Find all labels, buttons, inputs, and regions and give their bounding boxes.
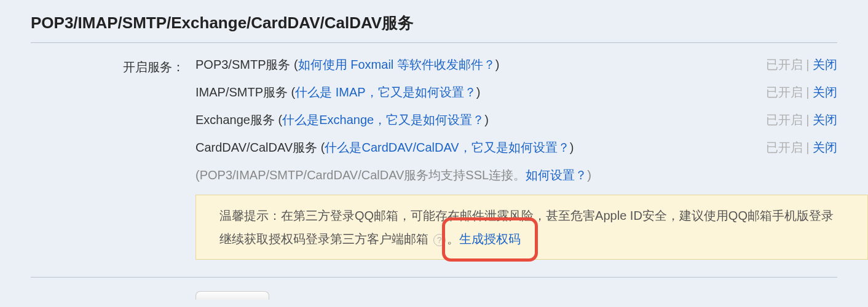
ssl-note: (POP3/IMAP/SMTP/CardDAV/CalDAV服务均支持SSL连接… <box>195 167 837 184</box>
service-status: 已开启 <box>766 85 803 99</box>
service-name: POP3/SMTP服务 <box>195 58 290 71</box>
service-name: CardDAV/CalDAV服务 <box>195 141 317 154</box>
service-close-link[interactable]: 关闭 <box>813 113 837 126</box>
service-help-link[interactable]: 什么是CardDAV/CalDAV，它又是如何设置？ <box>325 141 569 154</box>
divider <box>31 277 837 278</box>
tip-text: 在第三方登录QQ邮箱，可能存在邮件泄露风险，甚至危害Apple ID安全，建议使… <box>281 209 834 222</box>
service-row-exchange: Exchange服务 (什么是Exchange，它又是如何设置？) 已开启 | … <box>195 112 837 128</box>
help-icon[interactable]: ? <box>433 234 446 246</box>
service-help-link[interactable]: 什么是Exchange，它又是如何设置？ <box>282 113 484 126</box>
service-close-link[interactable]: 关闭 <box>813 58 837 71</box>
service-help-link[interactable]: 如何使用 Foxmail 等软件收发邮件？ <box>298 58 495 71</box>
generate-auth-code-link[interactable]: 生成授权码 <box>459 232 521 246</box>
service-close-link[interactable]: 关闭 <box>813 141 837 154</box>
service-status: 已开启 <box>766 58 803 71</box>
service-status: 已开启 <box>766 113 803 126</box>
service-close-link[interactable]: 关闭 <box>813 85 837 99</box>
tip-label: 温馨提示： <box>219 209 281 222</box>
service-row-carddav: CardDAV/CalDAV服务 (什么是CardDAV/CalDAV，它又是如… <box>195 139 837 156</box>
service-row-pop3: POP3/SMTP服务 (如何使用 Foxmail 等软件收发邮件？) 已开启 … <box>195 56 837 73</box>
tip-text: 继续获取授权码登录第三方客户端邮箱 <box>219 232 432 246</box>
service-row-imap: IMAP/SMTP服务 (什么是 IMAP，它又是如何设置？) 已开启 | 关闭 <box>195 84 837 101</box>
ssl-howto-link[interactable]: 如何设置？ <box>526 168 587 182</box>
section-title: POP3/IMAP/SMTP/Exchange/CardDAV/CalDAV服务 <box>31 12 837 43</box>
tip-box: 温馨提示：在第三方登录QQ邮箱，可能存在邮件泄露风险，甚至危害Apple ID安… <box>195 195 868 260</box>
tip-text: 。 <box>447 232 459 246</box>
button-stub[interactable] <box>195 291 269 300</box>
service-name: IMAP/SMTP服务 <box>195 85 288 99</box>
service-help-link[interactable]: 什么是 IMAP，它又是如何设置？ <box>295 85 476 99</box>
enable-service-label: 开启服务： <box>31 56 195 260</box>
service-status: 已开启 <box>766 141 803 154</box>
service-name: Exchange服务 <box>195 113 275 126</box>
